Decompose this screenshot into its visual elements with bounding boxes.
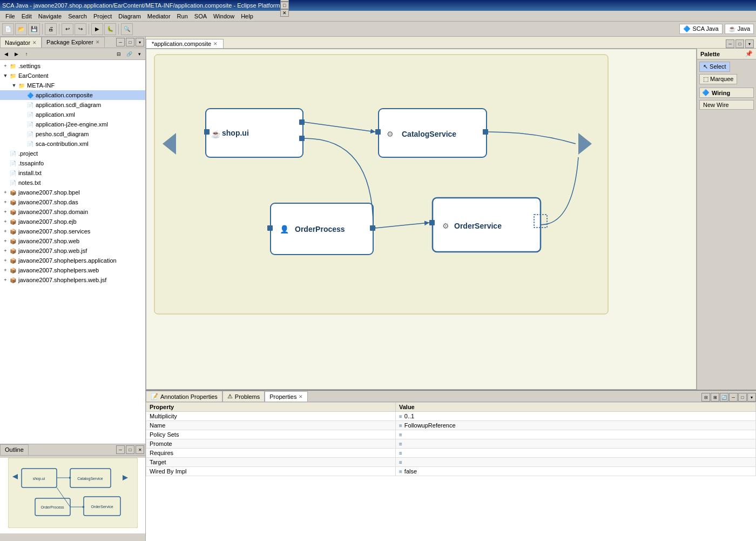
left-panel-minimize[interactable]: ─ bbox=[116, 38, 125, 46]
title-bar: SCA Java - javaone2007.shop.application/… bbox=[0, 0, 756, 11]
xml-file-icon2: 📄 bbox=[26, 120, 35, 129]
properties-close[interactable]: ✕ bbox=[299, 394, 303, 399]
tree-item-shop-ejb[interactable]: + 📦 javaone2007.shop.ejb bbox=[0, 217, 145, 226]
bottom-btn1[interactable]: ⊟ bbox=[701, 393, 710, 402]
tree-item-shophelpers-web-jsf[interactable]: + 📦 javaone2007.shophelpers.web.jsf bbox=[0, 275, 145, 285]
tree-collapse-all[interactable]: ⊟ bbox=[114, 49, 124, 59]
svg-rect-24 bbox=[204, 129, 210, 135]
left-panel-maximize[interactable]: □ bbox=[126, 38, 134, 46]
tab-package-explorer[interactable]: Package Explorer ✕ bbox=[42, 37, 105, 48]
svg-rect-40 bbox=[534, 215, 547, 228]
editor-area-chevron[interactable]: ▾ bbox=[745, 39, 754, 48]
sca-java-label[interactable]: 🔷 SCA Java bbox=[679, 24, 722, 34]
outline-maximize[interactable]: □ bbox=[126, 445, 134, 454]
tree-item-j2ee-engine[interactable]: 📄 application-j2ee-engine.xml bbox=[0, 119, 145, 129]
navigator-close[interactable]: ✕ bbox=[32, 40, 37, 45]
menu-help[interactable]: Help bbox=[238, 12, 256, 21]
palette-pin[interactable]: 📌 bbox=[745, 50, 753, 57]
tree-item-pesho[interactable]: 📄 pesho.scdl_diagram bbox=[0, 129, 145, 139]
tab-properties[interactable]: Properties ✕ bbox=[265, 391, 308, 402]
menu-soa[interactable]: SOA bbox=[191, 12, 210, 21]
tb-debug[interactable]: 🐛 bbox=[104, 23, 116, 35]
editor-canvas[interactable]: shop.ui ☕ CatalogService ⚙ bbox=[146, 49, 697, 390]
tree-item-application-xml[interactable]: 📄 application.xml bbox=[0, 110, 145, 119]
property-cell: Multiplicity bbox=[146, 412, 396, 421]
tree-item-notes[interactable]: 📄 notes.txt bbox=[0, 178, 145, 188]
tree-menu[interactable]: ▾ bbox=[134, 49, 144, 59]
palette-marquee-btn[interactable]: ⬚ Marquee bbox=[699, 74, 737, 84]
tree-toggle[interactable]: ▼ bbox=[11, 83, 17, 88]
tab-application-composite[interactable]: *application.composite ✕ bbox=[146, 39, 224, 48]
svg-rect-17 bbox=[154, 55, 608, 314]
menu-navigate[interactable]: Navigate bbox=[35, 12, 65, 21]
tb-search[interactable]: 🔍 bbox=[121, 23, 133, 35]
bottom-sync[interactable]: 🔄 bbox=[720, 393, 728, 402]
tree-item-shophelpers-app[interactable]: + 📦 javaone2007.shophelpers.application bbox=[0, 256, 145, 265]
toolbar: 📄 📂 💾 🖨 ↩ ↪ ▶ 🐛 🔍 🔷 SCA Java ☕ Java bbox=[0, 22, 756, 37]
tab-annotation-props[interactable]: 📝 Annotation Properties bbox=[146, 391, 222, 402]
tree-toggle[interactable]: ▼ bbox=[2, 73, 9, 78]
java-label[interactable]: ☕ Java bbox=[725, 24, 754, 34]
tb-run[interactable]: ▶ bbox=[91, 23, 103, 35]
menu-edit[interactable]: Edit bbox=[18, 12, 35, 21]
bottom-maximize[interactable]: □ bbox=[738, 393, 747, 402]
left-panel-chevron[interactable]: ▾ bbox=[136, 38, 144, 46]
palette-wiring-section[interactable]: 🔷 Wiring bbox=[699, 88, 754, 98]
package-explorer-close[interactable]: ✕ bbox=[96, 39, 100, 45]
tree-back[interactable]: ◀ bbox=[1, 49, 11, 59]
tree-item-earcontent[interactable]: ▼ 📁 EarContent bbox=[0, 71, 145, 81]
tab-navigator[interactable]: Navigator ✕ bbox=[0, 37, 42, 48]
menu-run[interactable]: Run bbox=[174, 12, 191, 21]
bottom-btn2[interactable]: ⊞ bbox=[711, 393, 719, 402]
tree-item-metainf[interactable]: ▼ 📁 META-INF bbox=[0, 81, 145, 90]
tree-link[interactable]: 🔗 bbox=[124, 49, 134, 59]
palette-new-wire-btn[interactable]: New Wire bbox=[699, 100, 754, 110]
editor-area-minimize[interactable]: ─ bbox=[726, 39, 734, 48]
tree-item-shop-web-jsf[interactable]: + 📦 javaone2007.shop.web.jsf bbox=[0, 246, 145, 256]
tree-item-project[interactable]: 📄 .project bbox=[0, 149, 145, 158]
tree-item-shop-das[interactable]: + 📦 javaone2007.shop.das bbox=[0, 197, 145, 207]
tb-open[interactable]: 📂 bbox=[15, 23, 27, 35]
editor-palette-area: shop.ui ☕ CatalogService ⚙ bbox=[146, 49, 756, 390]
tb-print[interactable]: 🖨 bbox=[45, 23, 57, 35]
tb-undo[interactable]: ↩ bbox=[62, 23, 73, 35]
wiring-label: Wiring bbox=[712, 90, 730, 96]
tb-new[interactable]: 📄 bbox=[2, 23, 14, 35]
property-value-icon: ≡ bbox=[399, 413, 402, 419]
tree-item-install[interactable]: 📄 install.txt bbox=[0, 168, 145, 178]
tree-item-shop-web[interactable]: + 📦 javaone2007.shop.web bbox=[0, 236, 145, 246]
tree-item-settings[interactable]: + 📁 .settings bbox=[0, 61, 145, 71]
outline-close[interactable]: ✕ bbox=[136, 445, 144, 454]
tree-item-shop-services[interactable]: + 📦 javaone2007.shop.services bbox=[0, 226, 145, 236]
menu-diagram[interactable]: Diagram bbox=[115, 12, 144, 21]
tb-save[interactable]: 💾 bbox=[28, 23, 40, 35]
tree-item-application-composite[interactable]: 🔷 application.composite bbox=[0, 90, 145, 100]
bottom-chevron[interactable]: ▾ bbox=[747, 393, 756, 402]
close-button[interactable]: ✕ bbox=[280, 9, 289, 17]
tb-redo[interactable]: ↪ bbox=[75, 23, 86, 35]
property-empty-icon: ≡ bbox=[399, 432, 402, 438]
tree-item-sca-contribution[interactable]: 📄 sca-contribution.xml bbox=[0, 139, 145, 149]
tree-item-shop-domain[interactable]: + 📦 javaone2007.shop.domain bbox=[0, 207, 145, 217]
tree-forward[interactable]: ▶ bbox=[11, 49, 21, 59]
tree-item-scdl-diagram[interactable]: 📄 application.scdl_diagram bbox=[0, 100, 145, 110]
maximize-button[interactable]: □ bbox=[280, 2, 289, 9]
tab-problems[interactable]: ⚠ Problems bbox=[222, 391, 265, 402]
menu-mediator[interactable]: Mediator bbox=[144, 12, 174, 21]
svg-text:☕: ☕ bbox=[211, 130, 221, 139]
bottom-minimize[interactable]: ─ bbox=[729, 393, 738, 402]
menu-project[interactable]: Project bbox=[90, 12, 115, 21]
tree-item-shophelpers-web[interactable]: + 📦 javaone2007.shophelpers.web bbox=[0, 265, 145, 275]
tree-up[interactable]: ↑ bbox=[22, 49, 31, 59]
tree-toggle[interactable]: + bbox=[2, 63, 9, 69]
outline-minimize[interactable]: ─ bbox=[116, 445, 125, 454]
editor-area-maximize[interactable]: □ bbox=[735, 39, 744, 48]
menu-search[interactable]: Search bbox=[65, 12, 90, 21]
palette-select-btn[interactable]: ↖ Select bbox=[699, 62, 730, 72]
menu-window[interactable]: Window bbox=[210, 12, 238, 21]
tree-item-tssapinfo[interactable]: 📄 .tssapinfo bbox=[0, 158, 145, 168]
menu-file[interactable]: File bbox=[2, 12, 18, 21]
tree-item-shop-bpel[interactable]: + 📦 javaone2007.shop.bpel bbox=[0, 188, 145, 197]
editor-tab-close[interactable]: ✕ bbox=[213, 41, 218, 46]
tab-outline[interactable]: Outline bbox=[0, 444, 29, 455]
